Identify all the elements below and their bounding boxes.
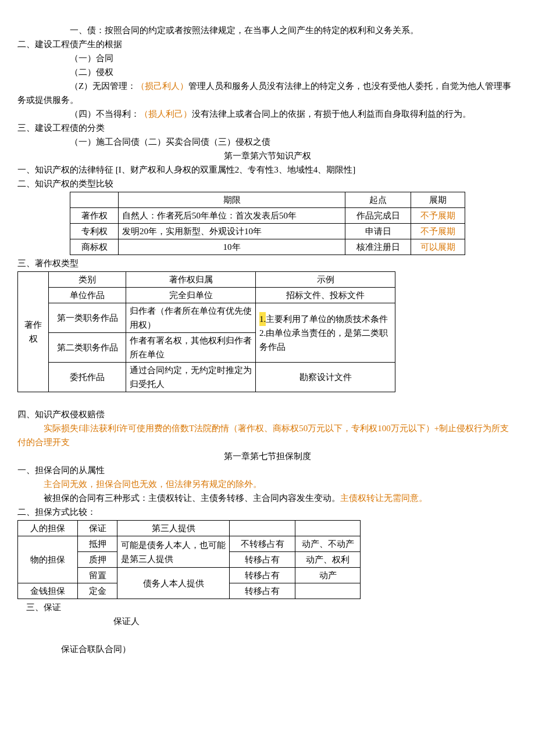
cell: 转移占有 [230,583,295,599]
cell-blank [70,192,119,208]
cell: 人的担保 [18,521,78,536]
item-voluntary-service: （Z）无因管理：（损己利人）管理人员和服务人员没有法律上的特定义务，也没有受他人… [17,79,518,107]
heading-ip-types: 二、知识产权的类型比较 [17,177,518,191]
cell: 转移占有 [230,552,295,568]
cell: 质押 [78,552,117,568]
cell: 第二类职务作品 [49,333,126,363]
heading-debt-basis: 二、建设工程债产生的根据 [17,37,518,51]
text: 被担保的合同有三种形式：主债权转让、主债务转移、主合同内容发生变动。 [44,493,340,503]
table-row: 单位作品 完全归单位 招标文件、投标文件 [18,288,395,303]
cell: 1.主要利用了单位的物质技术条件 2.由单位承当责任的，是第二类职务作品 [256,303,395,363]
cell-header-start: 起点 [345,192,411,208]
cell: 作品完成日 [345,208,411,224]
para-main-contract-invalid: 主合同无效，担保合同也无效，但法律另有规定的除外。 [17,477,518,491]
cell: 第一类职务作品 [49,303,126,333]
cell: 转移占有 [230,568,295,583]
table-ip-types: 期限 起点 展期 著作权 自然人：作者死后50年单位：首次发表后50年 作品完成… [70,192,465,255]
cell-text: 2.由单位承当责任的，是第二类职务作品 [259,328,388,352]
cell: 10年 [119,239,345,255]
table-row: 专利权 发明20年，实用新型、外观设计10年 申请日 不予展期 [70,224,465,239]
cell-header-term: 期限 [119,192,345,208]
cell: 归作者（作者所在单位有优先使用权） [126,303,256,333]
cell: 不予展期 [411,208,465,224]
cell: 抵押 [78,536,117,552]
item-tort: （二）侵权 [17,65,518,79]
heading-guarantee: 三、保证 [17,600,518,614]
item-contract: （一）合同 [17,51,518,65]
cell: 委托作品 [49,363,126,392]
heading-copyright-types: 三、著作权类型 [17,256,518,270]
desc-unjust: 没有法律上或者合同上的依据，有损于他人利益而自身取得利益的行为。 [192,109,471,119]
table-guarantee-types: 人的担保 保证 第三人提供 物的担保 抵押 可能是债务人本人，也可能是第三人提供… [17,520,361,599]
cell: 第三人提供 [117,521,230,536]
cell: 不转移占有 [230,536,295,552]
cell: 动产、不动产 [295,536,361,552]
para-guarantee-forms: 被担保的合同有三种形式：主债权转让、主债务转移、主合同内容发生变动。主债权转让无… [17,491,518,505]
cell: 自然人：作者死后50年单位：首次发表后50年 [119,208,345,224]
text-highlight: 主债权转让无需同意。 [340,493,427,503]
heading-ip-features: 一、知识产权的法律特征 [I、财产权和人身权的双重属性2、专有性3、地域性4、期… [17,163,518,177]
cell: 定金 [78,583,117,599]
cell-header: 示例 [256,272,395,288]
cell-header: 类别 [49,272,126,288]
cell: 物的担保 [18,536,78,583]
cell: 商标权 [70,239,119,255]
cell [230,521,295,536]
cell-header-renew: 展期 [411,192,465,208]
cell: 申请日 [345,224,411,239]
table-row: 期限 起点 展期 [70,192,465,208]
item-unjust-enrichment: （四）不当得利：（损人利己）没有法律上或者合同上的依据，有损于他人利益而自身取得… [17,107,518,121]
section-title-guarantee: 第一章第七节担保制度 [17,449,518,463]
cell [295,583,361,599]
heading-debt-category: 三、建设工程债的分类 [17,121,518,135]
table-row: 人的担保 保证 第三人提供 [18,521,361,536]
table-row: 著作权 类别 著作权归属 示例 [18,272,395,288]
cell-text: 主要利用了单位的物质技术条件 [266,314,388,324]
label-unjust: （四）不当得利： [70,109,140,119]
cell: 不予展期 [411,224,465,239]
cell: 著作权 [70,208,119,224]
cell: 作者有署名权，其他权利归作者所在单位 [126,333,256,363]
cell: 债务人本人提供 [117,568,230,599]
cell: 可能是债务人本人，也可能是第三人提供 [117,536,230,568]
cell: 专利权 [70,224,119,239]
heading-guarantee-subordination: 一、担保合同的从属性 [17,463,518,477]
note-unjust: （损人利己） [140,109,192,119]
label-guarantor: 保证人 [17,614,518,628]
table-row: 第一类职务作品 归作者（作者所在单位有优先使用权） 1.主要利用了单位的物质技术… [18,303,395,333]
cell: 单位作品 [49,288,126,303]
note-voluntary: （损己利人） [136,81,188,91]
cell: 可以展期 [411,239,465,255]
para-compensation-formula: 实际损失f非法获利f许可使用费的倍数T法院酌情（著作权、商标权50万元以下，专利… [17,421,518,449]
item-debt-categories: （一）施工合同债（二）买卖合同债（三）侵权之债 [17,135,518,149]
cell: 动产 [295,568,361,583]
cell: 动产、权利 [295,552,361,568]
highlight-number-icon: 1. [259,312,266,326]
cell: 保证 [78,521,117,536]
cell: 留置 [78,568,117,583]
table-row: 商标权 10年 核准注册日 可以展期 [70,239,465,255]
cell: 勘察设计文件 [256,363,395,392]
section-title-ip: 第一章第六节知识产权 [17,149,518,163]
cell [295,521,361,536]
table-row: 著作权 自然人：作者死后50年单位：首次发表后50年 作品完成日 不予展期 [70,208,465,224]
cell-header: 著作权归属 [126,272,256,288]
cell: 金钱担保 [18,583,78,599]
label-guarantee-contract: 保证合联队合同） [17,642,518,656]
cell: 发明20年，实用新型、外观设计10年 [119,224,345,239]
heading-guarantee-compare: 二、担保方式比较： [17,505,518,519]
cell: 招标文件、投标文件 [256,288,395,303]
cell: 完全归单位 [126,288,256,303]
table-copyright-types: 著作权 类别 著作权归属 示例 单位作品 完全归单位 招标文件、投标文件 第一类… [17,271,395,392]
cell: 核准注册日 [345,239,411,255]
para-debt-definition: 一、债：按照合同的约定或者按照法律规定，在当事人之间产生的特定的权利和义务关系。 [17,23,518,37]
cell: 通过合同约定，无约定时推定为归受托人 [126,363,256,392]
label-voluntary: （Z）无因管理： [70,81,136,91]
table-row: 物的担保 抵押 可能是债务人本人，也可能是第三人提供 不转移占有 动产、不动产 [18,536,361,552]
cell-side-label: 著作权 [18,272,49,392]
heading-ip-compensation: 四、知识产权侵权赔偿 [17,407,518,421]
table-row: 委托作品 通过合同约定，无约定时推定为归受托人 勘察设计文件 [18,363,395,392]
